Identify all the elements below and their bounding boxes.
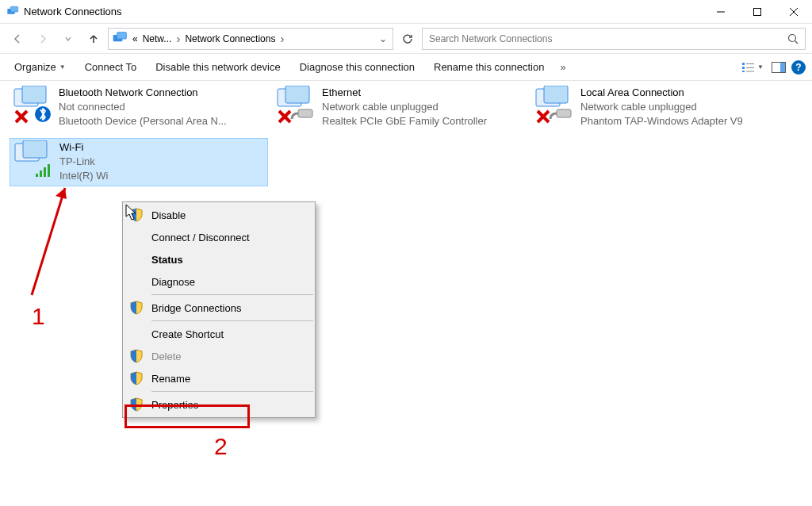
adapter-name: Wi-Fi <box>59 140 108 155</box>
adapter-name: Ethernet <box>322 86 487 100</box>
network-connections-icon <box>6 6 19 18</box>
cm-separator <box>151 320 313 321</box>
maximize-button[interactable] <box>739 0 776 24</box>
toolbar-overflow[interactable]: » <box>555 58 570 76</box>
adapter-icon-ethernet <box>274 86 316 124</box>
network-folder-icon <box>112 31 128 47</box>
svg-marker-40 <box>56 188 67 199</box>
view-options[interactable]: ▼ <box>739 59 766 76</box>
minimize-button[interactable] <box>703 0 739 24</box>
cm-separator <box>151 294 313 295</box>
breadcrumb-dropdown[interactable]: ⌄ <box>373 33 393 44</box>
view-icon <box>741 61 756 74</box>
cm-create-shortcut[interactable]: Create Shortcut <box>123 323 315 345</box>
annotation-num-2: 2 <box>214 433 228 460</box>
adapter-local-area[interactable]: Local Area Connection Network cable unpl… <box>533 86 787 129</box>
search-input[interactable]: Search Network Connections <box>422 28 806 50</box>
connect-to-button[interactable]: Connect To <box>77 58 145 76</box>
adapter-device: Bluetooth Device (Personal Area N... <box>59 114 227 128</box>
breadcrumb-arrow[interactable]: › <box>174 32 182 45</box>
adapter-bluetooth[interactable]: Bluetooth Network Connection Not connect… <box>11 86 265 129</box>
svg-rect-34 <box>23 140 47 158</box>
svg-rect-19 <box>22 86 46 103</box>
adapter-name: Local Area Connection <box>580 86 743 100</box>
svg-rect-29 <box>544 86 568 103</box>
svg-rect-7 <box>117 32 127 38</box>
preview-pane-button[interactable] <box>769 58 788 77</box>
breadcrumb-seg-1[interactable]: Netw... <box>140 33 175 44</box>
diagnose-connection-button[interactable]: Diagnose this connection <box>292 58 423 76</box>
svg-rect-12 <box>742 71 745 72</box>
svg-rect-11 <box>742 67 745 69</box>
cm-bridge[interactable]: Bridge Connections <box>123 297 315 319</box>
svg-rect-24 <box>285 86 309 103</box>
window-title: Network Connections <box>24 6 703 17</box>
svg-rect-3 <box>754 8 761 15</box>
breadcrumb[interactable]: « Netw... › Network Connections › ⌄ <box>108 28 393 50</box>
mouse-cursor <box>125 204 138 221</box>
recent-dropdown[interactable] <box>57 28 79 50</box>
svg-point-8 <box>789 34 796 41</box>
cm-rename[interactable]: Rename <box>123 367 315 389</box>
search-placeholder: Search Network Connections <box>429 33 552 44</box>
cm-status[interactable]: Status <box>123 248 315 270</box>
content-area: Bluetooth Network Connection Not connect… <box>0 81 812 506</box>
cm-disable[interactable]: Disable <box>123 204 315 226</box>
help-button[interactable]: ? <box>791 60 806 75</box>
back-button[interactable] <box>6 28 29 50</box>
up-button[interactable] <box>82 28 105 50</box>
breadcrumb-arrow[interactable]: › <box>278 32 285 45</box>
adapter-status: Network cable unplugged <box>322 100 487 114</box>
svg-rect-17 <box>780 63 785 72</box>
shield-icon <box>129 349 144 363</box>
svg-rect-30 <box>557 109 571 117</box>
breadcrumb-seg-2[interactable]: Network Connections <box>182 33 278 44</box>
annotation-arrow-1 <box>24 172 79 299</box>
adapter-device: Realtek PCIe GbE Family Controller <box>322 114 487 128</box>
cm-delete: Delete <box>123 345 315 367</box>
search-icon <box>787 33 799 44</box>
annotation-highlight-properties <box>124 404 250 428</box>
adapter-icon-bluetooth <box>11 86 52 124</box>
adapter-status: Not connected <box>59 100 227 114</box>
adapter-device: Phantom TAP-Windows Adapter V9 <box>580 114 743 128</box>
svg-line-39 <box>32 188 65 295</box>
adapter-name: Bluetooth Network Connection <box>59 86 227 100</box>
svg-rect-10 <box>742 63 745 65</box>
cm-connect-disconnect[interactable]: Connect / Disconnect <box>123 226 315 248</box>
annotation-num-1: 1 <box>32 303 45 330</box>
organize-menu[interactable]: Organize▼ <box>6 58 74 76</box>
close-button[interactable] <box>776 0 812 24</box>
titlebar: Network Connections <box>0 0 812 24</box>
svg-rect-25 <box>298 109 312 117</box>
shield-icon <box>129 371 144 385</box>
disable-device-button[interactable]: Disable this network device <box>147 58 289 76</box>
context-menu: Disable Connect / Disconnect Status Diag… <box>122 201 316 418</box>
rename-connection-button[interactable]: Rename this connection <box>426 58 552 76</box>
svg-line-9 <box>795 40 799 44</box>
shield-icon <box>129 301 144 315</box>
cm-separator <box>151 391 313 392</box>
adapter-status: TP-Link <box>59 155 108 169</box>
navbar: « Netw... › Network Connections › ⌄ Sear… <box>0 24 812 54</box>
forward-button[interactable] <box>32 28 54 50</box>
refresh-button[interactable] <box>396 28 419 50</box>
svg-rect-1 <box>10 6 17 12</box>
adapter-ethernet[interactable]: Ethernet Network cable unplugged Realtek… <box>274 86 528 129</box>
adapter-icon-lan <box>533 86 574 124</box>
adapter-status: Network cable unplugged <box>580 100 743 114</box>
breadcrumb-sep: « <box>131 33 140 44</box>
toolbar: Organize▼ Connect To Disable this networ… <box>0 54 812 81</box>
cm-diagnose[interactable]: Diagnose <box>123 270 315 293</box>
